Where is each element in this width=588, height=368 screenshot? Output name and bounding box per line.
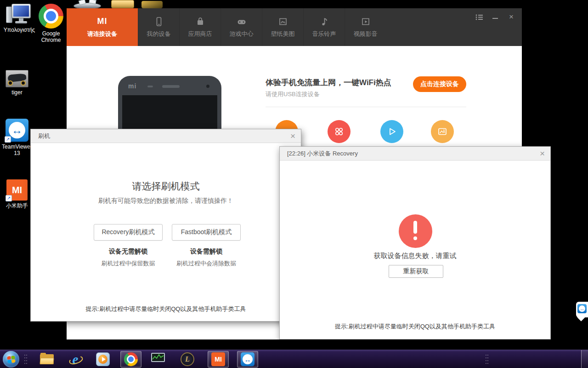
taskbar-chrome-button[interactable] xyxy=(120,351,141,368)
computer-icon xyxy=(6,4,33,25)
mi-logo: MI xyxy=(97,17,107,26)
tab-label: 游戏中心 xyxy=(230,30,254,38)
desktop-icon-label: Υπολογιστής xyxy=(2,27,37,33)
start-button[interactable] xyxy=(3,351,19,368)
phone-earpiece xyxy=(162,85,180,88)
window-controls: × xyxy=(475,14,515,20)
tab-game-center[interactable]: 游戏中心 xyxy=(220,8,262,46)
recovery-dialog: [22:26] 小米设备 Recovery × 获取设备信息失败，请重试 重新获… xyxy=(279,146,551,339)
option-note-1: 设备无需解锁 xyxy=(89,247,167,256)
show-desktop-button[interactable] xyxy=(581,350,588,368)
flash-warning: 刷机有可能导致您的数据被清除，请谨慎操作！ xyxy=(31,197,301,205)
retry-button[interactable]: 重新获取 xyxy=(389,265,443,278)
fastboot-mode-button[interactable]: Fastboot刷机模式 xyxy=(172,224,241,241)
shortcut-arrow-icon: ↗ xyxy=(5,136,11,143)
option-note-2: 刷机过程中保留数据 xyxy=(89,259,167,268)
play-circle-icon[interactable] xyxy=(380,120,403,143)
dialog-title: [22:26] 小米设备 Recovery xyxy=(287,150,358,158)
flash-heading: 请选择刷机模式 xyxy=(31,180,301,193)
recovery-mode-button[interactable]: Recovery刷机模式 xyxy=(94,224,163,241)
chrome-icon xyxy=(39,4,63,29)
divider xyxy=(266,107,466,107)
gamepad-icon xyxy=(237,17,247,27)
taskbar-mi-assistant-button[interactable]: MI xyxy=(208,351,229,368)
tab-label: 请连接设备 xyxy=(87,30,117,38)
tab-my-device[interactable]: 我的设备 xyxy=(138,8,179,46)
tab-label: 视频影音 xyxy=(354,30,378,38)
error-text: 获取设备信息失败，请重试 xyxy=(280,252,550,260)
connect-subline: 请使用USB连接设备 xyxy=(266,90,320,98)
video-icon xyxy=(361,17,371,27)
notification-tail xyxy=(577,314,585,322)
desktop-icon-mi-assistant[interactable]: MI ↗ 小米助手 xyxy=(0,179,34,209)
windows-media-player-icon xyxy=(96,352,110,366)
tab-connect-device[interactable]: MI 请连接设备 xyxy=(67,8,138,46)
photo-thumbnail-icon xyxy=(6,70,28,87)
phone-mi-logo: mi xyxy=(128,82,136,90)
taskbar-separator xyxy=(485,354,489,366)
connect-headline: 体验手机免流量上网，一键WiFi热点 xyxy=(266,77,391,88)
desktop-icon-teamviewer[interactable]: ↔ ↗ TeamViewer 13 xyxy=(0,119,34,156)
tab-music-ringtones[interactable]: 音乐铃声 xyxy=(303,8,345,46)
google-chrome-icon xyxy=(124,352,138,366)
menu-icon[interactable] xyxy=(475,14,483,20)
dialog-titlebar: 刷机 × xyxy=(31,129,301,143)
tab-label: 我的设备 xyxy=(147,30,171,38)
shortcut-arrow-icon: ↗ xyxy=(6,195,12,201)
desktop-icon-computer[interactable]: Υπολογιστής xyxy=(2,4,37,33)
taskbar-internet-explorer-button[interactable]: e xyxy=(68,352,83,367)
teamviewer-notification[interactable]: ↔ xyxy=(576,302,588,317)
close-icon[interactable]: × xyxy=(290,132,295,140)
desktop: Υπολογιστής Google Chrome tiger ↔ ↗ Team… xyxy=(0,0,588,368)
dialog-titlebar: [22:26] 小米设备 Recovery × xyxy=(280,147,550,161)
close-button[interactable]: × xyxy=(507,14,515,20)
taskbar: e L MI ↔ EL xyxy=(0,350,588,368)
taskbar-system-monitor-button[interactable] xyxy=(151,352,165,367)
bag-icon xyxy=(195,17,205,27)
league-of-legends-icon: L xyxy=(181,352,194,366)
recovery-hint: 提示:刷机过程中请尽量临时关闭QQ以及其他手机助手类工具 xyxy=(280,322,550,331)
connect-device-button[interactable]: 点击连接设备 xyxy=(413,76,466,92)
minimize-button[interactable] xyxy=(491,14,499,20)
taskbar-teamviewer-button[interactable]: ↔ xyxy=(237,351,258,368)
windows-logo-icon xyxy=(7,356,15,363)
option-note-1: 设备需解锁 xyxy=(167,247,245,256)
tab-video[interactable]: 视频影音 xyxy=(345,8,386,46)
tab-app-store[interactable]: 应用商店 xyxy=(179,8,220,46)
phone-sensor xyxy=(147,86,153,87)
fastboot-option: Fastboot刷机模式 设备需解锁 刷机过程中会清除数据 xyxy=(167,224,245,268)
phone-camera xyxy=(206,85,209,88)
wallpaper-icon xyxy=(278,17,288,27)
folder-shortcut-icon[interactable] xyxy=(111,0,134,8)
desktop-icon-label: Google xyxy=(36,30,66,37)
picture-icon xyxy=(436,126,448,138)
taskbar-separator xyxy=(24,354,28,366)
desktop-icon-tiger[interactable]: tiger xyxy=(0,70,34,96)
flash-mode-dialog: 刷机 × 请选择刷机模式 刷机有可能导致您的数据被清除，请谨慎操作！ Recov… xyxy=(30,129,301,322)
taskbar-media-player-button[interactable] xyxy=(96,352,110,367)
flash-hint: 提示:刷机过程中请尽量临时关闭QQ以及其他手机助手类工具 xyxy=(31,305,301,313)
close-icon[interactable]: × xyxy=(540,149,545,158)
teamviewer-icon: ↔ xyxy=(241,352,254,366)
apps-grid-icon xyxy=(333,126,345,138)
desktop-icon-label: 13 xyxy=(0,150,34,156)
music-icon xyxy=(319,17,329,27)
error-icon xyxy=(399,214,432,248)
apps-circle-icon[interactable] xyxy=(328,120,351,143)
tab-label: 应用商店 xyxy=(188,30,212,38)
desktop-icon-label: Chrome xyxy=(36,37,66,43)
gallery-circle-icon[interactable] xyxy=(431,120,454,143)
taskbar-explorer-button[interactable] xyxy=(40,352,54,367)
phone-icon xyxy=(154,17,164,27)
game-shortcut-icon[interactable] xyxy=(141,1,163,8)
desktop-icon-label: tiger xyxy=(0,89,34,96)
desktop-icon-label: TeamViewer xyxy=(0,144,34,150)
desktop-icon-chrome[interactable]: Google Chrome xyxy=(36,4,66,43)
windows-explorer-icon xyxy=(40,354,54,364)
taskbar-league-of-legends-button[interactable]: L xyxy=(180,352,195,367)
app-header: MI 请连接设备 我的设备 应用商店 xyxy=(67,8,522,46)
tab-label: 音乐铃声 xyxy=(312,30,336,38)
dialog-title: 刷机 xyxy=(38,132,50,140)
desktop-icon-label: 小米助手 xyxy=(0,202,34,209)
tab-wallpapers[interactable]: 壁纸美图 xyxy=(262,8,303,46)
